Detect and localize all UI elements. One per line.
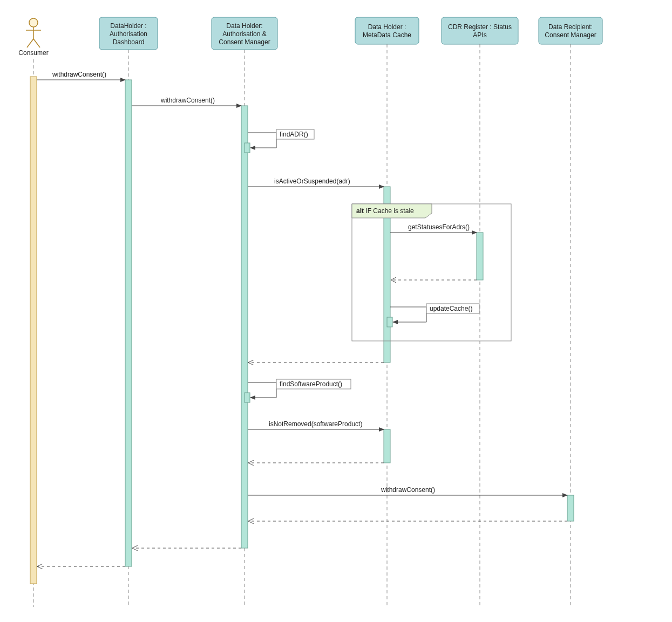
- activation-dashboard: [125, 80, 132, 566]
- participant-cdr-register: CDR Register : Status APIs: [442, 17, 518, 44]
- svg-point-0: [29, 18, 38, 27]
- participant-metadata-cache: Data Holder : MetaData Cache: [355, 17, 419, 44]
- svg-text:Dashboard: Dashboard: [113, 38, 145, 46]
- svg-text:Data Holder :: Data Holder :: [368, 23, 406, 31]
- svg-text:Authorisation: Authorisation: [110, 30, 147, 38]
- activation-consumer: [30, 77, 37, 584]
- svg-text:getStatusesForAdrs(): getStatusesForAdrs(): [408, 223, 470, 231]
- svg-text:DataHolder :: DataHolder :: [110, 22, 146, 30]
- svg-rect-19: [539, 17, 602, 44]
- svg-text:Authorisation &: Authorisation &: [222, 30, 266, 38]
- svg-text:alt IF Cache is stale: alt IF Cache is stale: [356, 207, 414, 215]
- svg-text:APIs: APIs: [473, 31, 486, 39]
- activation-metadata-cache-2: [384, 429, 390, 463]
- svg-line-4: [33, 39, 40, 47]
- svg-text:isNotRemoved(softwareProduct): isNotRemoved(softwareProduct): [269, 420, 362, 428]
- actor-consumer: Consumer: [18, 18, 48, 57]
- svg-text:updateCache(): updateCache(): [430, 305, 472, 312]
- svg-text:Data Recipient:: Data Recipient:: [548, 23, 593, 31]
- svg-line-3: [27, 39, 33, 47]
- svg-text:Consent Manager: Consent Manager: [219, 38, 270, 46]
- msg-updatecache: updateCache(): [390, 304, 479, 322]
- svg-text:Data Holder:: Data Holder:: [226, 22, 262, 30]
- activation-self-findadr: [245, 143, 250, 153]
- activation-self-findsoftware: [245, 393, 250, 402]
- msg-findsoftware: findSoftwareProduct(): [248, 379, 351, 398]
- participant-dashboard: DataHolder : Authorisation Dashboard: [99, 17, 158, 50]
- svg-rect-16: [442, 17, 518, 44]
- svg-text:isActiveOrSuspended(adr): isActiveOrSuspended(adr): [274, 177, 350, 185]
- svg-text:MetaData Cache: MetaData Cache: [363, 31, 411, 39]
- activation-consent-manager: [241, 106, 248, 548]
- msg-findadr: findADR(): [248, 129, 314, 148]
- svg-text:findADR(): findADR(): [280, 131, 308, 138]
- participant-consent-manager: Data Holder: Authorisation & Consent Man…: [212, 17, 277, 50]
- activation-cdr-register: [477, 233, 483, 280]
- svg-text:CDR Register : Status: CDR Register : Status: [448, 23, 512, 31]
- svg-text:withdrawConsent(): withdrawConsent(): [160, 97, 215, 104]
- sequence-diagram: Consumer DataHolder : Authorisation Dash…: [0, 0, 672, 622]
- svg-text:findSoftwareProduct(): findSoftwareProduct(): [280, 380, 342, 388]
- svg-text:withdrawConsent(): withdrawConsent(): [52, 71, 106, 78]
- svg-rect-13: [355, 17, 419, 44]
- activation-self-updatecache: [387, 317, 392, 327]
- participant-data-recipient: Data Recipient: Consent Manager: [539, 17, 602, 44]
- actor-label: Consumer: [18, 49, 48, 57]
- svg-text:withdrawConsent(): withdrawConsent(): [381, 486, 435, 494]
- svg-text:Consent Manager: Consent Manager: [545, 31, 596, 39]
- activation-data-recipient: [567, 495, 574, 521]
